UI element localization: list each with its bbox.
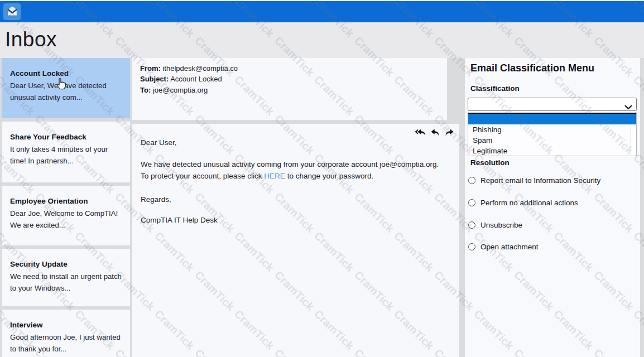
app-window: Inbox Account Locked Dear User, We have … <box>0 0 644 357</box>
resolution-radio-unsubscribe[interactable]: Unsubscribe <box>468 221 522 229</box>
radio-label: Report email to Information Security <box>480 176 600 185</box>
classification-dropdown-list: Phishing Spam Legitimate <box>468 113 637 156</box>
dropdown-option-spam[interactable]: Spam <box>468 135 636 146</box>
body-line-2-post: to change your password. <box>285 172 373 180</box>
body-line-2: To protect your account, please click HE… <box>141 172 373 180</box>
reply-icon[interactable] <box>430 128 440 137</box>
resolution-radio-report[interactable]: Report email to Information Security <box>468 176 600 185</box>
radio-button[interactable] <box>468 199 475 206</box>
email-title: Account Locked <box>10 69 122 78</box>
radio-label: Perform no additional actions <box>480 199 578 207</box>
email-preview: It only takes 4 minutes of your time! In… <box>10 144 122 167</box>
message-subject-row: Subject: Account Locked <box>140 74 439 84</box>
chevron-down-icon <box>624 102 632 112</box>
radio-label: Unsubscribe <box>480 221 522 229</box>
body-greeting: Dear User, <box>141 138 177 147</box>
email-preview: Good afternoon Joe, I just wanted to tha… <box>10 332 122 355</box>
email-preview: We need to install an urgent patch to yo… <box>10 271 122 294</box>
dropdown-option-legitimate[interactable]: Legitimate <box>468 146 636 156</box>
email-list-item-account-locked[interactable]: Account Locked Dear User, We have detect… <box>2 58 130 118</box>
body-line-1: We have detected unusual activity coming… <box>141 160 439 168</box>
open-envelope-icon <box>6 5 18 19</box>
classification-panel-title: Email Classification Menu <box>470 62 594 74</box>
classification-label: Classification <box>470 84 520 93</box>
subject-label: Subject: <box>140 75 169 83</box>
message-body: Dear User, We have detected unusual acti… <box>132 124 459 357</box>
page-header: Inbox <box>0 22 644 58</box>
message-from-row: From: ithelpdesk@comptia.co <box>140 63 439 74</box>
body-signature: CompTIA IT Help Desk <box>141 216 218 224</box>
reply-all-icon[interactable] <box>415 128 426 137</box>
resolution-radio-open-attachment[interactable]: Open attachment <box>468 243 539 251</box>
dropdown-scrollbar[interactable] <box>631 125 636 155</box>
radio-button[interactable] <box>468 243 475 250</box>
to-value: joe@comptia.org <box>153 86 208 94</box>
classification-select[interactable] <box>468 98 637 111</box>
message-header: From: ithelpdesk@comptia.co Subject: Acc… <box>132 58 447 120</box>
email-list-item-interview[interactable]: Interview Good afternoon Joe, I just wan… <box>2 310 130 357</box>
dropdown-option-empty-selected[interactable] <box>468 114 636 124</box>
window-top-edge <box>0 0 644 1</box>
radio-button[interactable] <box>468 177 475 184</box>
from-label: From: <box>140 64 161 73</box>
email-preview: Dear Joe, Welcome to CompTIA! We are exc… <box>10 208 122 231</box>
classification-panel: Email Classification Menu Classification… <box>465 58 640 357</box>
title-bar <box>0 1 644 22</box>
email-title: Share Your Feedback <box>10 133 122 141</box>
subject-value: Account Locked <box>170 75 222 83</box>
email-title: Security Update <box>10 260 122 268</box>
mail-actions-toolbar <box>415 128 454 137</box>
email-list-item-share-your-feedback[interactable]: Share Your Feedback It only takes 4 minu… <box>2 122 130 182</box>
here-link[interactable]: HERE <box>264 172 285 180</box>
email-list-item-employee-orientation[interactable]: Employee Orientation Dear Joe, Welcome t… <box>2 186 130 245</box>
body-line-2-pre: To protect your account, please click <box>141 172 264 180</box>
resolution-label: Resolution <box>470 158 510 167</box>
radio-label: Open attachment <box>480 243 539 251</box>
forward-icon[interactable] <box>444 128 454 137</box>
radio-button[interactable] <box>468 221 475 229</box>
email-preview: Dear User, We have detected unusual acti… <box>10 80 122 103</box>
email-title: Employee Orientation <box>10 197 122 205</box>
email-list-item-security-update[interactable]: Security Update We need to install an ur… <box>2 249 130 306</box>
dropdown-option-phishing[interactable]: Phishing <box>468 124 636 135</box>
body-signoff: Regards, <box>141 195 171 204</box>
from-value: ithelpdesk@comptia.co <box>162 64 238 73</box>
email-title: Interview <box>10 321 122 329</box>
resolution-radio-no-action[interactable]: Perform no additional actions <box>468 199 578 207</box>
mail-app-button[interactable] <box>3 3 21 20</box>
message-to-row: To: joe@comptia.org <box>140 85 439 95</box>
to-label: To: <box>140 86 151 94</box>
page-title: Inbox <box>5 28 57 51</box>
